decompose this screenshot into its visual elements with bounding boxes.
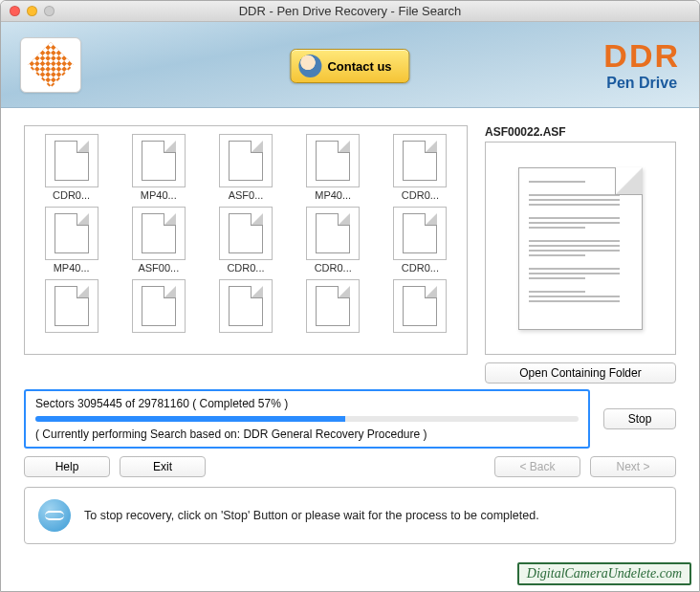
file-item[interactable]: CDR0...: [207, 207, 284, 274]
file-item[interactable]: .: [120, 279, 197, 347]
info-text: To stop recovery, click on 'Stop' Button…: [84, 509, 539, 522]
file-item[interactable]: CDR0...: [382, 134, 459, 201]
page-icon: [55, 213, 89, 253]
file-item[interactable]: .: [207, 279, 284, 347]
info-icon: [38, 499, 71, 532]
file-grid: CDR0...MP40...ASF0...MP40...CDR0...MP40.…: [33, 134, 459, 347]
file-icon: [393, 134, 447, 187]
file-icon: [45, 134, 98, 187]
file-name-label: CDR0...: [402, 262, 439, 274]
file-item[interactable]: MP40...: [295, 134, 372, 201]
file-item[interactable]: MP40...: [120, 134, 197, 201]
app-logo: [20, 37, 81, 93]
file-icon: [306, 134, 360, 187]
page-icon: [403, 141, 437, 181]
file-icon: [393, 207, 447, 260]
file-item[interactable]: .: [382, 279, 459, 347]
file-icon: [132, 207, 186, 260]
file-name-label: CDR0...: [53, 189, 90, 201]
progress-row: Sectors 3095445 of 29781160 ( Completed …: [24, 389, 676, 449]
preview-panel: ASF00022.ASF: [485, 125, 676, 355]
file-icon: [219, 279, 273, 333]
file-grid-panel: CDR0...MP40...ASF0...MP40...CDR0...MP40.…: [24, 125, 468, 355]
document-preview-icon: [518, 167, 643, 330]
file-name-label: CDR0...: [227, 262, 264, 274]
preview-filename: ASF00022.ASF: [485, 125, 676, 139]
file-name-label: CDR0...: [402, 189, 439, 201]
open-containing-folder-button[interactable]: Open Containing Folder: [485, 362, 676, 384]
file-name-label: MP40...: [54, 262, 90, 274]
main-body: CDR0...MP40...ASF0...MP40...CDR0...MP40.…: [1, 108, 699, 591]
file-icon: [306, 207, 360, 260]
file-item[interactable]: ASF00...: [120, 207, 197, 274]
page-icon: [316, 213, 350, 253]
file-icon: [306, 279, 360, 333]
file-item[interactable]: ASF0...: [207, 134, 284, 201]
next-button[interactable]: Next >: [590, 456, 676, 477]
file-name-label: MP40...: [141, 189, 177, 201]
file-item[interactable]: CDR0...: [33, 134, 110, 201]
file-icon: [219, 207, 273, 260]
nav-row: Help Exit < Back Next >: [24, 456, 676, 477]
progress-bar: [35, 416, 579, 422]
brand-name: DDR: [603, 37, 680, 75]
contact-us-label: Contact us: [327, 59, 391, 74]
file-name-label: MP40...: [315, 189, 351, 201]
help-button[interactable]: Help: [24, 456, 110, 477]
brand: DDR Pen Drive: [603, 37, 680, 92]
info-box: To stop recovery, click on 'Stop' Button…: [24, 487, 676, 544]
watermark: DigitalCameraUndelete.com: [517, 562, 691, 585]
page-icon: [142, 286, 176, 326]
page-icon: [316, 141, 350, 181]
file-icon: [132, 134, 186, 187]
titlebar: DDR - Pen Drive Recovery - File Search: [1, 1, 699, 22]
file-item[interactable]: MP40...: [33, 207, 110, 274]
file-icon: [45, 279, 98, 333]
page-icon: [55, 141, 89, 181]
brand-subtitle: Pen Drive: [603, 75, 680, 92]
page-icon: [316, 286, 350, 326]
progress-box: Sectors 3095445 of 29781160 ( Completed …: [24, 389, 590, 449]
preview-box: [485, 142, 676, 355]
page-icon: [229, 141, 263, 181]
progress-fill: [35, 416, 345, 422]
progress-mode-text: ( Currently performing Search based on: …: [35, 428, 579, 441]
file-area: CDR0...MP40...ASF0...MP40...CDR0...MP40.…: [24, 125, 676, 355]
stop-button[interactable]: Stop: [603, 408, 676, 429]
contact-us-button[interactable]: Contact us: [290, 49, 409, 83]
stop-column: Stop: [603, 389, 676, 449]
page-icon: [403, 286, 437, 326]
open-folder-row: Open Containing Folder: [24, 362, 676, 384]
file-icon: [132, 279, 186, 333]
back-button[interactable]: < Back: [494, 456, 580, 477]
file-name-label: ASF00...: [138, 262, 179, 274]
page-icon: [229, 213, 263, 253]
file-item[interactable]: CDR0...: [295, 207, 372, 274]
file-icon: [219, 134, 273, 187]
window-title: DDR - Pen Drive Recovery - File Search: [1, 4, 699, 18]
person-icon: [298, 55, 321, 77]
file-icon: [45, 207, 98, 260]
page-icon: [403, 213, 437, 253]
file-item[interactable]: .: [33, 279, 110, 347]
page-icon: [142, 141, 176, 181]
header-banner: Contact us DDR Pen Drive: [1, 22, 699, 108]
page-icon: [229, 286, 263, 326]
app-window: DDR - Pen Drive Recovery - File Search C…: [0, 0, 700, 592]
page-icon: [55, 286, 89, 326]
logo-pattern-icon: [28, 41, 74, 87]
file-item[interactable]: .: [295, 279, 372, 347]
file-name-label: CDR0...: [315, 262, 352, 274]
file-icon: [393, 279, 447, 333]
file-name-label: ASF0...: [229, 189, 264, 201]
exit-button[interactable]: Exit: [120, 456, 206, 477]
progress-status-text: Sectors 3095445 of 29781160 ( Completed …: [35, 397, 579, 410]
file-item[interactable]: CDR0...: [382, 207, 459, 274]
page-icon: [142, 213, 176, 253]
